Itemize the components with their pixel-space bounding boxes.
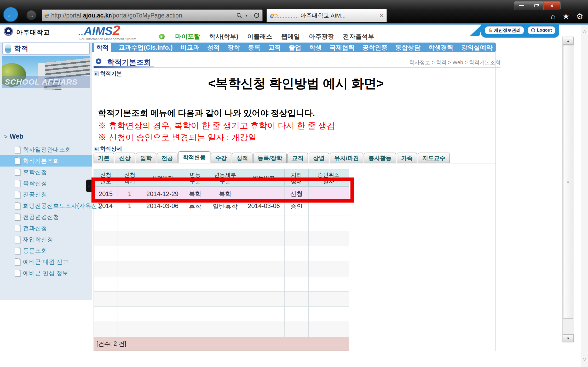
nav-webmail[interactable]: 웹메일 — [281, 32, 300, 41]
tab-admission[interactable]: 입학 — [136, 153, 156, 163]
favorites-star-icon[interactable]: ★ — [562, 13, 569, 20]
url-text[interactable]: http://portal.ajou.ac.kr/portal/goToMyPa… — [51, 12, 234, 19]
ie-tab-icon: e — [270, 12, 274, 20]
empty-row — [94, 307, 349, 322]
document-icon — [15, 146, 20, 153]
menu-counseling[interactable]: 통합상담 — [395, 43, 420, 52]
content-scrollbar[interactable]: ▲ ≡ ▼ — [562, 37, 574, 342]
sidebar-collapse-handle[interactable]: ‹ — [86, 180, 91, 192]
logout-button[interactable]: Logout — [528, 26, 555, 34]
close-button[interactable]: × — [544, 2, 560, 10]
menu-extracurricular[interactable]: 비교과 — [181, 43, 199, 52]
sidebar-item-label: 휴학신청 — [23, 168, 47, 176]
tree-root[interactable]: >Web — [4, 133, 23, 140]
restore-button[interactable] — [529, 2, 544, 10]
sidebar-item-alumni[interactable]: 동문조회 — [0, 245, 92, 256]
menu-student[interactable]: 학생 — [309, 43, 322, 52]
tab-grades[interactable]: 성적 — [232, 153, 252, 163]
menu-teaching[interactable]: 교직 — [268, 43, 281, 52]
tab-personal[interactable]: 신상 — [115, 153, 135, 163]
logo-dots: .. — [78, 28, 84, 37]
tab-close-icon[interactable]: × — [380, 12, 383, 19]
menu-international[interactable]: 국제협력 — [330, 43, 355, 52]
nav-myportal[interactable]: 마이포탈 — [175, 32, 200, 41]
privacy-button[interactable]: 개인정보관리 — [485, 26, 524, 34]
sidebar-item-major-change[interactable]: 전공변경신청 — [0, 211, 92, 223]
document-icon — [15, 169, 20, 176]
minimize-button[interactable] — [514, 2, 529, 10]
photo-caption-band: SCHOOL AFFIARS — [2, 76, 90, 88]
address-bar[interactable]: e http://portal.ajou.ac.kr/portal/goToMy… — [42, 9, 263, 21]
power-icon — [531, 28, 535, 32]
tab-enrollment[interactable]: 수강 — [211, 153, 231, 163]
divider — [251, 12, 251, 19]
menu-scholarship[interactable]: 장학 — [228, 43, 240, 52]
menu-registration[interactable]: 등록 — [248, 43, 261, 52]
sidebar-item-label: 예비군 편성 정보 — [23, 269, 68, 277]
table-row-2014[interactable]: 2014 1 2014-03-06 휴학 일반휴학 2014-03-06 승인 — [94, 201, 349, 216]
tab-family[interactable]: 가족 — [397, 153, 417, 163]
sidebar-item-readmission[interactable]: 재입학신청 — [0, 234, 92, 245]
document-icon — [15, 191, 20, 198]
scrollbar-up-button[interactable]: ▲ — [563, 37, 574, 45]
sidebar-item-record-basic-selected[interactable]: 학적기본조회 — [0, 155, 92, 167]
tab-basic[interactable]: 기본 — [94, 153, 114, 163]
tab-advisor[interactable]: 지도교수 — [418, 153, 450, 163]
sidebar-item-leave-apply[interactable]: 휴학신청 — [0, 167, 92, 178]
home-icon[interactable]: ⌂ — [551, 13, 556, 20]
window-controls: × — [514, 1, 561, 10]
tab-dispatch[interactable]: 유치/파견 — [330, 153, 363, 163]
search-dropdown-icon[interactable]: ▼ — [245, 14, 248, 17]
document-icon — [15, 236, 20, 243]
sidebar-item-reserve-report[interactable]: 예비군 대원 신고 — [0, 256, 92, 268]
logout-button-label: Logout — [537, 28, 552, 33]
aims-logo: ..AIMS2 Ajou Information Management Syst… — [78, 25, 149, 41]
sidebar-item-label: 학적기본조회 — [23, 157, 59, 165]
nav-haksa[interactable]: 학사(학부) — [209, 32, 238, 41]
tab-major[interactable]: 전공 — [157, 153, 177, 163]
browser-scrollbar[interactable]: ˄ ˅ — [581, 25, 588, 367]
nav-ajou-plaza[interactable]: 아주광장 — [309, 32, 334, 41]
tab-registration-scholarship[interactable]: 등록/장학 — [253, 153, 287, 163]
search-icon[interactable] — [236, 13, 242, 18]
menu-courses[interactable]: 교과수업(Cls.Info.) — [119, 43, 173, 52]
forward-button[interactable]: → — [26, 10, 37, 20]
sidebar-item-reserve-info[interactable]: 예비군 편성 정보 — [0, 268, 92, 279]
menu-graduation[interactable]: 졸업 — [289, 43, 301, 52]
refresh-icon[interactable] — [253, 12, 260, 19]
scrollbar-thumb[interactable]: ≡ — [563, 45, 573, 319]
sidebar-item-major-apply[interactable]: 전공신청 — [0, 189, 92, 200]
menu-room-reservation[interactable]: 강의실예약 — [461, 43, 493, 52]
settings-gear-icon[interactable]: ⚙ — [576, 13, 583, 20]
sidebar-item-transfer[interactable]: 전과신청 — [0, 223, 92, 234]
browser-tab[interactable]: e .............. 아주대학교 AIM... × — [267, 9, 387, 22]
empty-row — [94, 276, 349, 292]
nav-attendance[interactable]: 전자출석부 — [343, 32, 374, 41]
sidebar-item-major-preference[interactable]: 희망전공선호도조사(자유전공 — [0, 200, 92, 211]
tab-teaching[interactable]: 교직 — [287, 153, 308, 163]
nav-eclass[interactable]: 이클래스 — [247, 32, 272, 41]
tab-record-change-active[interactable]: 학적변동 — [178, 151, 210, 163]
document-icon — [15, 258, 20, 265]
tree-caret-icon: > — [4, 133, 8, 140]
menu-engineering-cert[interactable]: 공학인증 — [362, 43, 388, 52]
browser-scroll-down-icon[interactable]: ˅ — [581, 357, 588, 363]
browser-scroll-up-icon[interactable]: ˄ — [581, 28, 588, 35]
menu-grades[interactable]: 성적 — [207, 43, 220, 52]
app-window: × ⌂ ★ ⚙ ← → e http://portal.ajou.ac.kr/p… — [0, 0, 588, 367]
scrollbar-down-button[interactable]: ▼ — [563, 334, 574, 342]
content-frame-border — [495, 52, 496, 351]
menu-hakjeok[interactable]: 학적 — [94, 43, 111, 52]
sidebar-item-return-apply[interactable]: 복학신청 — [0, 178, 92, 189]
tab-volunteer[interactable]: 봉사활동 — [364, 153, 396, 163]
big-title: <복학신청 확인방법 예시 화면> — [94, 75, 498, 92]
menu-career[interactable]: 학생경력 — [428, 43, 453, 52]
tab-discipline[interactable]: 상별 — [309, 153, 329, 163]
back-button[interactable]: ← — [3, 7, 18, 22]
browser-chrome: × ⌂ ★ ⚙ ← → e http://portal.ajou.ac.kr/p… — [0, 0, 588, 23]
sidebar-item-label: 학사일정안내조회 — [23, 146, 71, 154]
section-arrow-icon: ▶ — [94, 147, 99, 151]
sidebar-item-academic-calendar[interactable]: 학사일정안내조회 — [0, 144, 92, 155]
school-affairs-photo: SCHOOL AFFIARS — [2, 56, 90, 90]
menu-dorm[interactable]: 생활관(Dorm.) — [500, 43, 541, 52]
